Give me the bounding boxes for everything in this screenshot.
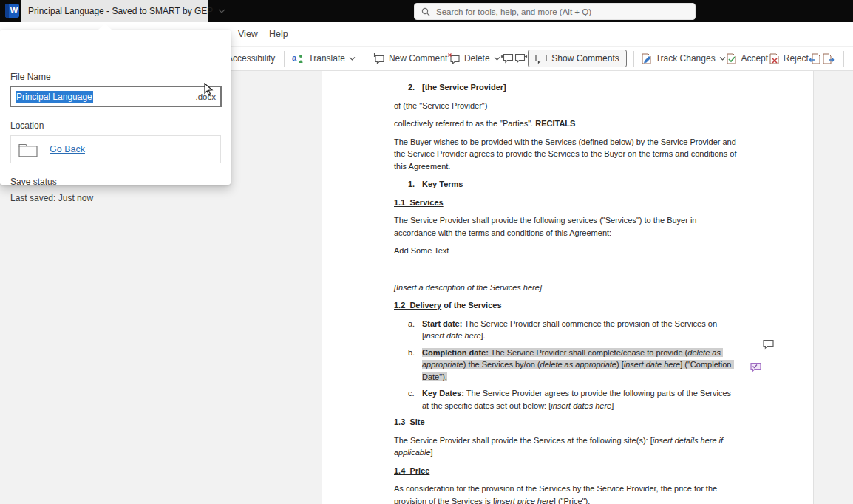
paragraph-recitals-body: The Buyer wishes to be provided with the… xyxy=(394,136,738,173)
search-icon xyxy=(421,7,430,16)
titlebar: W Principal Language - Saved to SMART by… xyxy=(0,0,853,22)
list-item-2: 2. [the Service Provider] xyxy=(408,81,738,94)
list-item-1-key-terms: 1. Key Terms xyxy=(408,178,738,191)
paragraph-services: The Service Provider shall provide the f… xyxy=(394,214,738,239)
resolved-comment-marker-button[interactable] xyxy=(750,362,762,375)
paragraph-site: The Service Provider shall provide the S… xyxy=(394,435,738,459)
file-name-label: File Name xyxy=(10,72,51,82)
paragraph-collectively: collectively referred to as the "Parties… xyxy=(394,118,738,130)
track-changes-icon xyxy=(641,53,652,64)
accessibility-button[interactable]: Accessibility xyxy=(223,53,275,64)
translate-button[interactable]: a Translate xyxy=(292,52,356,64)
chevron-down-icon xyxy=(349,57,356,61)
next-change-button[interactable] xyxy=(822,53,835,64)
file-info-panel: File Name Principal Language .docx Locat… xyxy=(0,30,231,185)
accept-change-button[interactable]: Accept xyxy=(726,53,768,64)
paragraph-of: of (the "Service Provider") xyxy=(394,100,738,112)
heading-1-2-delivery: 1.2 Delivery of the Services xyxy=(394,299,738,312)
comment-marker-button[interactable] xyxy=(762,339,775,353)
svg-text:a: a xyxy=(292,53,297,62)
file-name-value-selected: Principal Language xyxy=(16,91,93,103)
paragraph-price: As consideration for the provision of th… xyxy=(394,483,738,504)
new-comment-button[interactable]: New Comment xyxy=(373,53,447,64)
comment-resolved-icon xyxy=(750,362,762,372)
next-comment-button[interactable] xyxy=(514,53,528,64)
ribbon-divider xyxy=(364,51,364,67)
reject-change-icon xyxy=(769,53,780,64)
go-back-link[interactable]: Go Back xyxy=(50,144,85,154)
heading-1-4-price: 1.4 Price xyxy=(394,465,738,477)
paragraph-add-some-text: Add Some Text xyxy=(394,245,738,257)
new-comment-icon xyxy=(373,53,385,64)
show-comments-icon xyxy=(535,54,547,64)
next-comment-icon xyxy=(514,53,528,64)
ribbon-divider xyxy=(843,51,844,67)
location-box: Go Back xyxy=(10,135,221,163)
heading-1-1-services: 1.1 Services xyxy=(394,197,738,209)
next-change-icon xyxy=(822,53,835,64)
ribbon-divider xyxy=(633,51,634,67)
delete-comment-button[interactable]: Delete xyxy=(448,53,500,64)
heading-1-3-site: 1.3 Site xyxy=(394,416,738,429)
panel-callout-arrow xyxy=(98,24,112,30)
document-content: 2. [the Service Provider] of (the "Servi… xyxy=(394,81,738,504)
delete-comment-icon xyxy=(448,53,461,64)
previous-change-icon xyxy=(809,53,821,64)
selected-text: Completion date: The Service Provider sh… xyxy=(422,348,734,381)
search-input[interactable]: Search for tools, help, and more (Alt + … xyxy=(414,3,696,20)
menu-help[interactable]: Help xyxy=(269,22,288,47)
ribbon-divider xyxy=(284,51,285,67)
previous-change-button[interactable] xyxy=(809,53,821,64)
file-name-menu-button[interactable]: Principal Language - Saved to SMART by G… xyxy=(21,0,208,22)
paragraph-insert-description: [Insert a description of the Services he… xyxy=(394,282,738,294)
translate-icon: a xyxy=(292,52,305,64)
document-page[interactable]: 2. [the Service Provider] of (the "Servi… xyxy=(322,71,814,504)
word-online-app: W Principal Language - Saved to SMART by… xyxy=(0,0,853,504)
chevron-down-icon xyxy=(494,57,500,61)
previous-comment-button[interactable] xyxy=(500,53,514,64)
folder-icon xyxy=(18,141,38,157)
track-changes-button[interactable]: Track Changes xyxy=(641,53,726,64)
comment-marker-icon xyxy=(762,339,775,350)
save-status-label: Save status xyxy=(10,177,57,187)
list-item-a-start-date: a. Start date: The Service Provider shal… xyxy=(408,318,738,342)
last-saved-text: Last saved: Just now xyxy=(10,193,93,203)
empty-paragraph xyxy=(394,263,738,282)
file-name-input[interactable]: Principal Language .docx xyxy=(10,86,221,106)
accept-change-icon xyxy=(726,53,737,64)
list-item-b-completion-date: b. Completion date: The Service Provider… xyxy=(408,347,738,384)
show-comments-toggle[interactable]: Show Comments xyxy=(528,50,626,67)
document-title: Principal Language - Saved to SMART by G… xyxy=(28,6,213,16)
mouse-cursor xyxy=(204,83,214,99)
menu-view[interactable]: View xyxy=(238,22,258,47)
reject-change-button[interactable]: Reject xyxy=(769,53,809,64)
chevron-down-icon xyxy=(218,9,225,13)
location-label: Location xyxy=(10,120,44,131)
search-placeholder: Search for tools, help, and more (Alt + … xyxy=(436,7,591,16)
word-logo-icon: W xyxy=(5,4,19,18)
list-item-c-key-dates: c. Key Dates: The Service Provider agree… xyxy=(408,387,738,412)
chevron-down-icon xyxy=(719,57,726,61)
previous-comment-icon xyxy=(500,53,514,64)
